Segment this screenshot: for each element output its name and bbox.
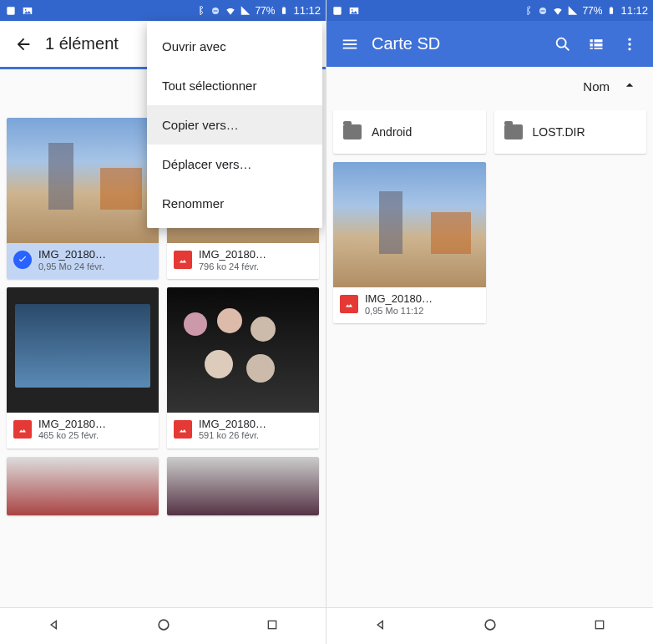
file-tile[interactable] bbox=[167, 457, 319, 515]
file-thumbnail bbox=[7, 457, 159, 515]
svg-rect-14 bbox=[541, 10, 545, 11]
svg-rect-20 bbox=[590, 48, 593, 49]
file-tile[interactable] bbox=[7, 457, 159, 515]
folder-tile[interactable]: Android bbox=[333, 110, 486, 154]
svg-rect-9 bbox=[268, 621, 276, 628]
file-thumbnail bbox=[333, 162, 486, 287]
status-time: 11:12 bbox=[620, 4, 648, 17]
svg-rect-6 bbox=[283, 7, 286, 8]
svg-point-8 bbox=[159, 620, 169, 630]
svg-rect-4 bbox=[214, 10, 218, 11]
file-name: IMG_20180… bbox=[199, 418, 266, 431]
menu-move-to[interactable]: Déplacer vers… bbox=[147, 145, 322, 184]
status-gallery-icon bbox=[348, 5, 360, 17]
nav-home[interactable] bbox=[482, 616, 499, 636]
wifi-icon bbox=[552, 5, 564, 17]
file-tile[interactable]: IMG_20180… 465 ko 25 févr. bbox=[7, 287, 159, 449]
svg-rect-19 bbox=[590, 43, 593, 46]
file-sub: 0,95 Mo 11:12 bbox=[365, 306, 433, 317]
view-toggle-button[interactable] bbox=[580, 28, 613, 61]
file-thumbnail bbox=[7, 287, 159, 413]
svg-point-25 bbox=[628, 43, 630, 45]
menu-select-all[interactable]: Tout sélectionner bbox=[147, 66, 322, 105]
battery-icon bbox=[605, 5, 617, 17]
folder-icon bbox=[343, 124, 362, 139]
svg-rect-10 bbox=[333, 7, 341, 14]
status-bar: 77% 11:12 bbox=[0, 0, 326, 21]
file-sub: 796 ko 24 févr. bbox=[199, 261, 266, 272]
menu-rename[interactable]: Renommer bbox=[147, 184, 322, 223]
nav-back[interactable] bbox=[47, 617, 62, 636]
android-navbar bbox=[0, 607, 326, 644]
sort-direction-icon bbox=[621, 77, 638, 96]
battery-icon bbox=[278, 5, 290, 17]
file-sub: 591 ko 26 févr. bbox=[199, 430, 266, 441]
svg-point-27 bbox=[486, 620, 496, 630]
nav-recent[interactable] bbox=[593, 618, 606, 635]
svg-rect-22 bbox=[595, 43, 603, 46]
screen-right: 77% 11:12 Carte SD Nom bbox=[326, 0, 653, 644]
folder-tile[interactable]: LOST.DIR bbox=[494, 110, 647, 154]
svg-point-17 bbox=[557, 38, 566, 47]
file-tile[interactable]: IMG_20180… 591 ko 26 févr. bbox=[167, 287, 319, 449]
status-time: 11:12 bbox=[293, 4, 321, 17]
image-file-icon bbox=[174, 420, 192, 439]
file-sub: 0,95 Mo 24 févr. bbox=[38, 261, 106, 272]
file-tile[interactable]: IMG_20180… 0,95 Mo 24 févr. bbox=[7, 118, 159, 279]
menu-copy-to[interactable]: Copier vers… bbox=[147, 105, 322, 145]
file-name: IMG_20180… bbox=[38, 248, 106, 261]
nav-back[interactable] bbox=[373, 617, 388, 636]
svg-point-26 bbox=[628, 48, 630, 50]
wifi-icon bbox=[225, 5, 236, 17]
battery-percent: 77% bbox=[582, 5, 602, 17]
bluetooth-icon bbox=[195, 5, 206, 17]
svg-rect-0 bbox=[7, 7, 14, 14]
svg-point-24 bbox=[628, 38, 630, 40]
overflow-button[interactable] bbox=[613, 28, 646, 61]
svg-rect-28 bbox=[595, 621, 603, 628]
file-thumbnail bbox=[167, 287, 319, 413]
file-tile[interactable]: IMG_20180… 0,95 Mo 11:12 bbox=[333, 162, 486, 323]
appbar-title: Carte SD bbox=[372, 34, 440, 53]
battery-percent: 77% bbox=[255, 5, 275, 17]
overflow-menu: Ouvrir avec Tout sélectionner Copier ver… bbox=[147, 22, 322, 228]
folder-icon bbox=[504, 124, 523, 139]
svg-rect-15 bbox=[610, 8, 613, 14]
nav-recent[interactable] bbox=[266, 618, 279, 635]
selection-count: 1 élément bbox=[45, 34, 119, 53]
svg-rect-21 bbox=[595, 39, 603, 42]
android-navbar bbox=[326, 607, 653, 644]
svg-rect-7 bbox=[283, 9, 286, 13]
file-sub: 465 ko 25 févr. bbox=[38, 430, 106, 441]
image-file-icon bbox=[174, 251, 192, 269]
signal-icon bbox=[567, 5, 579, 17]
folder-name: Android bbox=[372, 125, 412, 139]
file-name: IMG_20180… bbox=[38, 418, 106, 431]
bluetooth-icon bbox=[522, 5, 534, 17]
file-thumbnail bbox=[7, 118, 159, 243]
appbar: Carte SD bbox=[326, 21, 653, 67]
status-gallery-icon bbox=[22, 5, 33, 17]
svg-point-12 bbox=[352, 8, 353, 10]
menu-button[interactable] bbox=[333, 28, 367, 61]
image-file-icon bbox=[13, 420, 32, 439]
status-screenshot-icon bbox=[332, 5, 343, 17]
file-name: IMG_20180… bbox=[365, 292, 433, 306]
signal-icon bbox=[240, 5, 251, 17]
sort-row[interactable]: Nom bbox=[326, 67, 653, 105]
file-grid: Android LOST.DIR IMG_20180… 0,95 Mo bbox=[326, 105, 653, 644]
image-file-icon bbox=[340, 295, 358, 313]
status-bar: 77% 11:12 bbox=[326, 0, 653, 21]
file-name: IMG_20180… bbox=[199, 248, 266, 261]
file-thumbnail bbox=[167, 457, 319, 515]
search-button[interactable] bbox=[546, 28, 580, 61]
svg-rect-16 bbox=[610, 7, 613, 8]
selected-check-icon bbox=[13, 251, 32, 269]
folder-name: LOST.DIR bbox=[533, 125, 585, 139]
status-screenshot-icon bbox=[5, 5, 17, 17]
nav-home[interactable] bbox=[155, 616, 172, 636]
dnd-icon bbox=[537, 5, 549, 17]
dnd-icon bbox=[210, 5, 221, 17]
menu-open-with[interactable]: Ouvrir avec bbox=[147, 27, 322, 66]
back-button[interactable] bbox=[7, 28, 40, 61]
